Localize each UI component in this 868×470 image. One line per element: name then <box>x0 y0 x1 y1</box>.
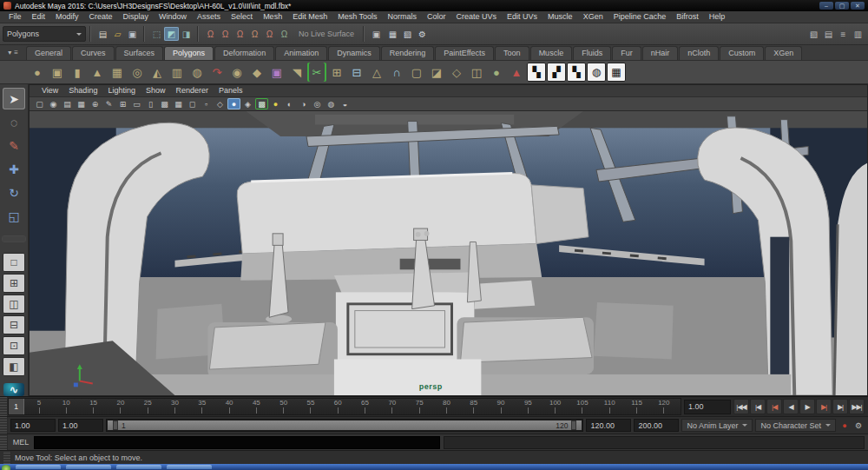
taskbar-app-button[interactable] <box>16 465 61 469</box>
render-current-frame-icon[interactable]: ▦ <box>385 27 400 41</box>
auto-keyframe-toggle-icon[interactable]: ● <box>838 420 851 431</box>
play-forwards-button[interactable]: ▶ <box>799 399 815 414</box>
group-separator[interactable] <box>141 26 148 42</box>
shelf-tab[interactable]: Curves <box>72 46 115 60</box>
menu-item[interactable]: Mesh <box>258 11 287 23</box>
step-back-frame-button[interactable]: |◀ <box>750 399 766 414</box>
command-input-field[interactable] <box>34 436 440 449</box>
shelf-tab[interactable]: Custom <box>720 46 764 60</box>
poly-separate-icon[interactable]: ⊟ <box>347 63 366 82</box>
uv-checker-ball-icon[interactable]: ◍ <box>587 63 606 82</box>
scale-tool-icon[interactable]: ◱ <box>3 205 25 227</box>
animation-preferences-icon[interactable]: ⚙ <box>852 420 865 431</box>
shelf-tab[interactable]: Fur <box>612 46 641 60</box>
render-settings-icon[interactable]: ⚙ <box>415 27 430 41</box>
poly-super-shape-icon[interactable]: ◆ <box>247 63 266 82</box>
windows-taskbar[interactable] <box>0 464 868 470</box>
lasso-select-tool-icon[interactable]: ◌ <box>3 111 25 133</box>
select-object-icon[interactable]: ◩ <box>164 27 179 41</box>
shelf-tab[interactable]: Toon <box>495 46 529 60</box>
image-plane-icon[interactable]: ▦ <box>75 98 88 109</box>
poly-smooth-icon[interactable]: ● <box>487 63 506 82</box>
ipr-render-icon[interactable]: ▧ <box>400 27 415 41</box>
show-channel-box-icon[interactable]: ▥ <box>851 27 865 41</box>
command-line-grip[interactable] <box>0 434 8 450</box>
group-separator[interactable] <box>88 26 94 42</box>
shelf-tab[interactable]: XGen <box>765 46 802 60</box>
snap-to-grids-icon[interactable]: Ω <box>203 27 218 41</box>
playback-end-field[interactable]: 120.00 <box>586 419 631 432</box>
paint-select-tool-icon[interactable]: ✎ <box>3 135 25 156</box>
viewport-3d-canvas[interactable]: persp <box>30 111 867 395</box>
exposure-icon[interactable]: ◒ <box>339 98 352 109</box>
range-slider-grip[interactable] <box>0 417 8 434</box>
step-back-key-button[interactable]: |◀ <box>766 399 782 414</box>
poly-cube-icon[interactable]: ▣ <box>48 63 67 82</box>
step-forward-frame-button[interactable]: ▶| <box>832 399 848 414</box>
layout-persp-uv-button[interactable]: ◧ <box>3 357 25 376</box>
group-separator[interactable] <box>361 26 367 42</box>
taskbar-app-button[interactable] <box>66 465 111 469</box>
smooth-shade-mode-icon[interactable]: ● <box>227 98 240 109</box>
close-button[interactable]: ✕ <box>851 2 865 10</box>
poly-plane-icon[interactable]: ▦ <box>108 63 127 82</box>
shelf-tab[interactable]: Rendering <box>381 46 435 60</box>
menu-item[interactable]: Color <box>422 11 451 23</box>
time-slider-grip[interactable] <box>0 397 8 416</box>
safe-action-icon[interactable]: ◻ <box>186 98 199 109</box>
construction-history-icon[interactable]: ▣ <box>369 27 384 41</box>
menu-item[interactable]: Edit <box>27 11 51 23</box>
shelf-tab[interactable]: nCloth <box>679 46 719 60</box>
isolate-select-icon[interactable]: ◎ <box>311 98 324 109</box>
menu-item[interactable]: Edit UVs <box>502 11 542 23</box>
help-line-grip[interactable] <box>3 451 11 464</box>
poly-soccer-ball-icon[interactable]: ◍ <box>187 63 207 82</box>
poly-pipe-icon[interactable]: ▥ <box>168 63 187 82</box>
start-orb-icon[interactable] <box>2 465 10 470</box>
go-to-range-start-button[interactable]: |◀◀ <box>733 399 749 414</box>
textured-mode-icon[interactable]: ▩ <box>255 98 268 109</box>
poly-sphere-icon[interactable]: ● <box>28 63 47 82</box>
menu-item[interactable]: Create <box>84 11 118 23</box>
snap-to-view-planes-icon[interactable]: Ω <box>262 27 277 41</box>
poly-combine-icon[interactable]: ⊞ <box>327 63 346 82</box>
save-scene-icon[interactable]: ▣ <box>125 27 140 41</box>
go-to-range-end-button[interactable]: ▶▶| <box>849 399 865 414</box>
last-tool-slot[interactable] <box>2 235 26 242</box>
make-live-icon[interactable]: Ω <box>277 27 292 41</box>
two-d-pan-zoom-icon[interactable]: ⊕ <box>89 98 102 109</box>
curve-to-poly-icon[interactable]: ↷ <box>207 63 227 82</box>
menu-item[interactable]: Muscle <box>542 11 578 23</box>
taskbar-app-button[interactable] <box>116 465 161 469</box>
snap-to-curves-icon[interactable]: Ω <box>218 27 233 41</box>
ambient-occlusion-icon[interactable]: ◑ <box>297 98 310 109</box>
poly-extrude-icon[interactable]: △ <box>367 63 386 82</box>
uv-spherical-mapping-icon[interactable]: ▚ <box>567 63 586 82</box>
panel-menu-item[interactable]: Panels <box>214 85 248 96</box>
shelf-tab[interactable]: nHair <box>642 46 679 60</box>
poly-multi-cut-icon[interactable]: ◪ <box>427 63 446 82</box>
animation-start-field[interactable]: 1.00 <box>10 419 56 432</box>
poly-bevel-icon[interactable]: ◇ <box>447 63 466 82</box>
menu-item[interactable]: Create UVs <box>451 11 503 23</box>
panel-menu-item[interactable]: Show <box>141 85 171 96</box>
poly-sphere-low-icon[interactable]: ◉ <box>227 63 247 82</box>
grid-toggle-icon[interactable]: ⊞ <box>116 98 129 109</box>
title-bar[interactable]: Autodesk Maya 2015: C:\Users\JH3DesignsF… <box>0 0 868 11</box>
menu-item[interactable]: Edit Mesh <box>287 11 332 23</box>
panel-menu-item[interactable]: Lighting <box>102 85 141 96</box>
menu-item[interactable]: Modify <box>50 11 84 23</box>
poly-torus-icon[interactable]: ◎ <box>128 63 147 82</box>
uv-editor-icon[interactable]: ▦ <box>607 63 626 82</box>
menu-item[interactable]: Select <box>226 11 258 23</box>
select-tool-icon[interactable]: ➤ <box>3 88 25 109</box>
boolean-cube-icon[interactable]: ▣ <box>267 63 286 82</box>
animation-end-field[interactable]: 200.00 <box>634 419 679 432</box>
range-start-handle[interactable] <box>113 420 118 430</box>
resolution-gate-icon[interactable]: ▯ <box>144 98 157 109</box>
playback-range-bar[interactable]: 1 120 <box>106 419 583 432</box>
lock-camera-icon[interactable]: ◉ <box>47 98 60 109</box>
layout-persp-graph-button[interactable]: ⊟ <box>3 315 25 334</box>
shelf-tab[interactable]: Fluids <box>573 46 611 60</box>
current-time-field[interactable]: 1.00 <box>684 400 731 414</box>
